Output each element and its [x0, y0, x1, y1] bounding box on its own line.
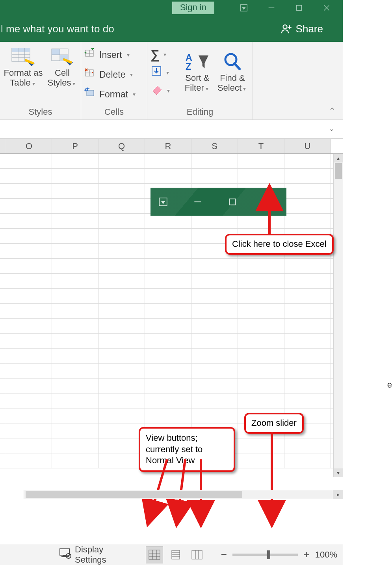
- cell[interactable]: [191, 289, 238, 303]
- table-row[interactable]: [0, 214, 333, 229]
- table-row[interactable]: [0, 334, 333, 349]
- cell[interactable]: [98, 393, 145, 408]
- cell[interactable]: [52, 364, 98, 378]
- cell[interactable]: [145, 379, 191, 393]
- cell[interactable]: [52, 259, 98, 273]
- cell[interactable]: [52, 154, 98, 168]
- zoom-out-button[interactable]: −: [219, 548, 229, 561]
- zoom-slider[interactable]: [232, 554, 298, 556]
- cell[interactable]: [6, 289, 52, 303]
- cell[interactable]: [98, 379, 145, 393]
- cell[interactable]: [238, 214, 284, 228]
- cell[interactable]: [6, 438, 52, 453]
- cell[interactable]: [145, 319, 191, 333]
- cell[interactable]: [238, 289, 284, 303]
- table-row[interactable]: [0, 154, 333, 169]
- cell[interactable]: [52, 304, 98, 318]
- cell[interactable]: [6, 184, 52, 198]
- column-header-P[interactable]: P: [52, 139, 98, 153]
- cell[interactable]: [98, 319, 145, 333]
- cell[interactable]: [284, 334, 331, 348]
- cell[interactable]: [284, 169, 331, 183]
- cell[interactable]: [6, 214, 52, 228]
- cell[interactable]: [6, 423, 52, 438]
- cell[interactable]: [238, 154, 284, 168]
- cell[interactable]: [238, 379, 284, 393]
- cell[interactable]: [6, 199, 52, 213]
- column-header-O[interactable]: O: [6, 139, 52, 153]
- column-header-T[interactable]: T: [238, 139, 284, 153]
- column-header-R[interactable]: R: [145, 139, 191, 153]
- delete-button[interactable]: Delete ▾: [84, 65, 144, 84]
- cell[interactable]: [284, 184, 331, 198]
- cell[interactable]: [6, 274, 52, 288]
- cell[interactable]: [238, 438, 284, 453]
- cell[interactable]: [145, 244, 191, 258]
- tell-me-text[interactable]: l me what you want to do: [0, 23, 114, 35]
- collapse-ribbon-icon[interactable]: ⌃: [329, 106, 336, 116]
- cell[interactable]: [191, 393, 238, 408]
- share-button[interactable]: Share: [280, 23, 323, 35]
- cell[interactable]: [238, 453, 284, 468]
- cell[interactable]: [98, 453, 145, 468]
- cell[interactable]: [191, 349, 238, 363]
- column-header-S[interactable]: S: [191, 139, 238, 153]
- cell[interactable]: [284, 438, 331, 453]
- cell[interactable]: [191, 274, 238, 288]
- cell[interactable]: [191, 304, 238, 318]
- cell[interactable]: [191, 319, 238, 333]
- table-row[interactable]: [0, 319, 333, 334]
- cell[interactable]: [98, 259, 145, 273]
- column-header-U[interactable]: U: [284, 139, 331, 153]
- cell[interactable]: [145, 393, 191, 408]
- cell[interactable]: [284, 154, 331, 168]
- cell[interactable]: [6, 379, 52, 393]
- cell[interactable]: [6, 334, 52, 348]
- cell[interactable]: [284, 393, 331, 408]
- cell[interactable]: [98, 169, 145, 183]
- cell[interactable]: [6, 229, 52, 243]
- cell[interactable]: [284, 274, 331, 288]
- expand-formula-bar-icon[interactable]: ⌄: [329, 125, 334, 132]
- cell[interactable]: [284, 319, 331, 333]
- dropdown-caret-icon[interactable]: ▾: [165, 69, 171, 76]
- cell[interactable]: [52, 214, 98, 228]
- cell[interactable]: [238, 259, 284, 273]
- cell[interactable]: [238, 364, 284, 378]
- cell[interactable]: [284, 349, 331, 363]
- cell[interactable]: [98, 244, 145, 258]
- cell[interactable]: [145, 304, 191, 318]
- cell[interactable]: [145, 349, 191, 363]
- table-row[interactable]: [0, 379, 333, 393]
- table-row[interactable]: [0, 169, 333, 184]
- cell[interactable]: [191, 334, 238, 348]
- cell[interactable]: [6, 408, 52, 423]
- cell[interactable]: [52, 289, 98, 303]
- cell[interactable]: [191, 259, 238, 273]
- cell[interactable]: [284, 259, 331, 273]
- cell[interactable]: [191, 408, 238, 423]
- cell[interactable]: [52, 184, 98, 198]
- find-select-button[interactable]: Find & Select▾: [216, 44, 249, 99]
- cell[interactable]: [52, 274, 98, 288]
- dropdown-caret-icon[interactable]: ▾: [128, 71, 134, 78]
- cell[interactable]: [6, 244, 52, 258]
- cell[interactable]: [6, 319, 52, 333]
- maximize-button[interactable]: [285, 0, 313, 16]
- cell[interactable]: [238, 304, 284, 318]
- cell[interactable]: [284, 364, 331, 378]
- cell[interactable]: [6, 453, 52, 468]
- cell[interactable]: [6, 154, 52, 168]
- cell[interactable]: [6, 364, 52, 378]
- cell[interactable]: [98, 334, 145, 348]
- scroll-right-arrow-icon[interactable]: ▸: [333, 490, 343, 499]
- formula-bar[interactable]: ⌄: [0, 120, 343, 139]
- dropdown-caret-icon[interactable]: ▾: [71, 80, 77, 87]
- cell[interactable]: [98, 408, 145, 423]
- cell[interactable]: [98, 229, 145, 243]
- insert-button[interactable]: Insert ▾: [84, 45, 144, 65]
- cell[interactable]: [52, 349, 98, 363]
- autosum-button[interactable]: ∑ ▾: [150, 46, 179, 63]
- table-row[interactable]: [0, 274, 333, 289]
- cell[interactable]: [284, 199, 331, 213]
